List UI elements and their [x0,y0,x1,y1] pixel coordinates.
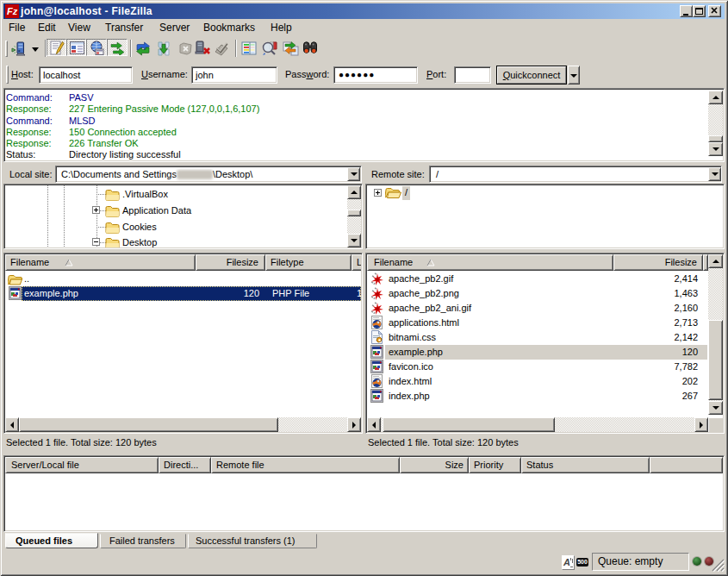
svg-text:Fz: Fz [7,6,18,16]
svg-text:A: A [563,557,570,567]
